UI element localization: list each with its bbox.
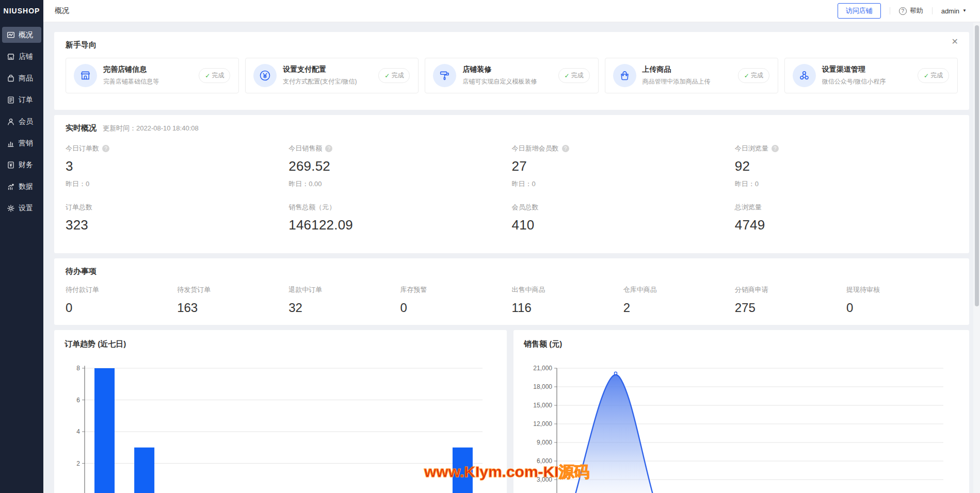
paint-roller-icon (433, 64, 456, 87)
guide-card-title: 上传商品 (642, 65, 732, 74)
todo-cell-stock-warning[interactable]: 库存预警 0 (400, 285, 511, 315)
help-question-icon: ? (899, 7, 907, 15)
sidebar-item-goods[interactable]: 商品 (2, 70, 41, 86)
guide-card-desc: 完善店铺基础信息等 (103, 77, 192, 86)
todo-label: 库存预警 (400, 285, 511, 294)
visit-shop-button[interactable]: 访问店铺 (838, 3, 881, 19)
realtime-overview-panel: 实时概况 更新时间：2022-08-10 18:40:08 今日订单数? 3 昨… (54, 115, 969, 253)
sidebar-item-label: 店铺 (19, 52, 33, 61)
status-badge: ✓完成 (918, 68, 949, 83)
stat-value: 410 (512, 217, 735, 233)
todo-value: 0 (66, 301, 177, 315)
stat-yesterday: 昨日：0 (512, 179, 735, 189)
stat-value: 92 (735, 158, 958, 174)
sidebar-menu: 概况 店铺 商品 订单 会员 营销 (0, 22, 43, 216)
sidebar-item-marketing[interactable]: 营销 (2, 135, 41, 151)
todo-cell-to-ship-orders[interactable]: 待发货订单 163 (177, 285, 288, 315)
shop-icon (7, 53, 15, 61)
topbar-divider (932, 7, 933, 14)
check-icon: ✓ (205, 72, 210, 79)
guide-card-texts: 店铺装修 店铺可实现自定义模板装修 (462, 65, 552, 86)
stat-cell-total-sales: 销售总额（元） 146122.09 (288, 203, 511, 233)
help-icon[interactable]: ? (102, 145, 109, 152)
todo-label: 分销商申请 (735, 285, 846, 294)
todo-cell-warehouse-goods[interactable]: 仓库中商品 2 (623, 285, 735, 315)
stat-cell-total-orders: 订单总数 323 (66, 203, 288, 233)
sidebar-item-shop[interactable]: 店铺 (2, 48, 41, 64)
sidebar-item-overview[interactable]: 概况 (2, 27, 41, 43)
status-badge: ✓完成 (558, 68, 590, 83)
update-time: 更新时间：2022-08-10 18:40:08 (103, 124, 199, 133)
sidebar-item-members[interactable]: 会员 (2, 113, 41, 129)
stat-value: 4749 (735, 217, 958, 233)
sidebar-item-data[interactable]: 数据 (2, 178, 41, 194)
guide-card-upload-goods[interactable]: 上传商品 商品管理中添加商品上传 ✓完成 (605, 58, 778, 93)
help-link[interactable]: ? 帮助 (899, 6, 923, 15)
stat-yesterday: 昨日：0.00 (288, 179, 511, 189)
todo-value: 0 (846, 301, 958, 315)
stat-cell-today-sales: 今日销售额? 269.52 昨日：0.00 (288, 144, 511, 189)
newbie-guide-panel: 新手导向 ✕ 完善店铺信息 完善店铺基础信息等 ✓完成 (54, 32, 969, 110)
status-badge: ✓完成 (738, 68, 769, 83)
todo-title: 待办事项 (66, 267, 958, 276)
guide-card-decorate[interactable]: 店铺装修 店铺可实现自定义模板装修 ✓完成 (425, 58, 598, 93)
todo-cell-refunding-orders[interactable]: 退款中订单 32 (288, 285, 400, 315)
order-trend-title: 订单趋势 (近七日) (65, 339, 496, 349)
sidebar-item-settings[interactable]: 设置 (2, 200, 41, 216)
help-icon[interactable]: ? (325, 145, 332, 152)
guide-title: 新手导向 (66, 40, 958, 50)
svg-text:15,000: 15,000 (533, 402, 552, 409)
overview-icon (7, 31, 15, 39)
guide-card-title: 完善店铺信息 (103, 65, 192, 74)
close-icon[interactable]: ✕ (952, 38, 958, 46)
sidebar-item-finance[interactable]: 财务 (2, 157, 41, 173)
todo-cell-withdraw-review[interactable]: 提现待审核 0 (846, 285, 958, 315)
user-dropdown[interactable]: admin ▼ (941, 7, 967, 15)
marketing-chart-icon (7, 139, 15, 147)
guide-card-channels[interactable]: 设置渠道管理 微信公众号/微信小程序 ✓完成 (784, 58, 958, 93)
order-trend-chart-panel: 订单趋势 (近七日) 2468 (54, 330, 507, 493)
status-label: 完成 (391, 71, 404, 80)
realtime-totals-row: 订单总数 323 销售总额（元） 146122.09 会员总数 410 总浏览量… (66, 203, 958, 233)
topbar: 概况 访问店铺 ? 帮助 admin ▼ (43, 0, 980, 22)
check-icon: ✓ (384, 72, 390, 79)
guide-card-payment[interactable]: 设置支付配置 支付方式配置(支付宝/微信) ✓完成 (245, 58, 419, 93)
todo-value: 2 (623, 301, 735, 315)
sidebar-item-label: 营销 (19, 139, 33, 148)
stat-value: 27 (512, 158, 735, 174)
guide-card-desc: 微信公众号/微信小程序 (822, 77, 911, 86)
topbar-divider (890, 7, 890, 14)
todo-value: 32 (288, 301, 400, 315)
stat-yesterday: 昨日：0 (66, 179, 288, 189)
sidebar-item-orders[interactable]: 订单 (2, 92, 41, 108)
todo-cell-unpaid-orders[interactable]: 待付款订单 0 (66, 285, 177, 315)
stat-value: 323 (66, 217, 288, 233)
order-clipboard-icon (7, 96, 15, 104)
topbar-right: 访问店铺 ? 帮助 admin ▼ (838, 3, 967, 19)
check-icon: ✓ (565, 72, 570, 79)
todo-cell-on-sale-goods[interactable]: 出售中商品 116 (512, 285, 623, 315)
scrollbar-thumb[interactable] (975, 25, 979, 306)
stat-label: 会员总数 (512, 203, 539, 212)
sidebar-item-label: 数据 (19, 182, 33, 191)
stat-cell-total-pageviews: 总浏览量 4749 (735, 203, 958, 233)
sidebar-item-label: 订单 (19, 95, 33, 105)
sidebar-item-label: 商品 (19, 74, 33, 83)
charts-row: 订单趋势 (近七日) 2468 销售额 (元) 3,0006,000 (54, 330, 969, 493)
app-window: NIUSHOP 概况 店铺 商品 订单 会员 (0, 0, 980, 493)
guide-card-store-info[interactable]: 完善店铺信息 完善店铺基础信息等 ✓完成 (66, 58, 239, 93)
todo-value: 163 (177, 301, 288, 315)
stat-value: 146122.09 (288, 217, 511, 233)
help-icon[interactable]: ? (562, 145, 569, 152)
todo-value: 116 (512, 301, 623, 315)
sidebar-item-label: 概况 (19, 30, 33, 40)
svg-text:2: 2 (76, 460, 80, 467)
help-icon[interactable]: ? (772, 145, 779, 152)
stat-label: 今日销售额 (288, 144, 322, 153)
status-label: 完成 (930, 71, 943, 80)
realtime-header: 实时概况 更新时间：2022-08-10 18:40:08 (66, 123, 958, 133)
todo-label: 仓库中商品 (623, 285, 735, 294)
store-icon (74, 64, 97, 87)
todo-cell-distributor-apply[interactable]: 分销商申请 275 (735, 285, 846, 315)
guide-card-title: 设置渠道管理 (822, 65, 911, 74)
